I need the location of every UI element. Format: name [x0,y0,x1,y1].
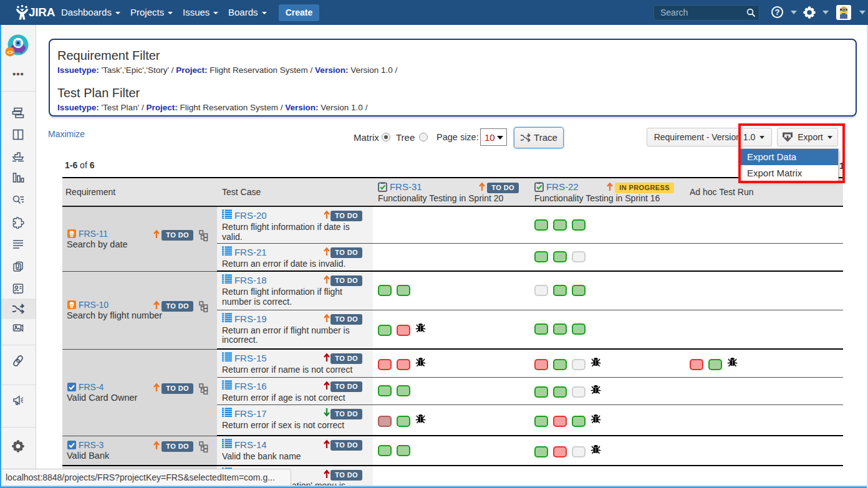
svg-text:<>: <> [7,49,13,55]
